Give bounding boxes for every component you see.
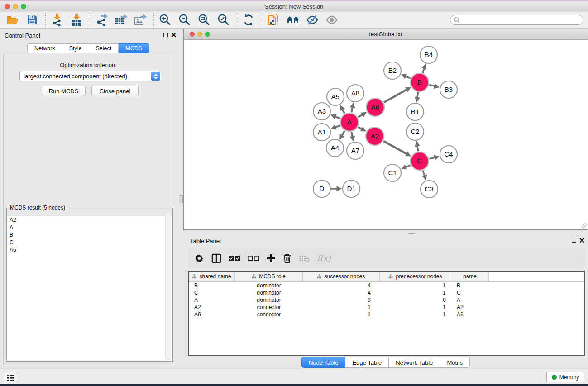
float-panel-icon[interactable] <box>163 33 168 37</box>
table-row[interactable]: A2connector11A2 <box>189 304 584 311</box>
graph-edge-A-A8[interactable] <box>351 107 352 112</box>
import-table-icon[interactable] <box>69 13 84 27</box>
select-all-checkboxes-icon[interactable] <box>229 256 240 261</box>
columns-icon[interactable] <box>211 253 221 263</box>
tab-select[interactable]: Select <box>89 43 119 53</box>
graph-node-D1[interactable]: D1 <box>343 180 360 197</box>
graph-node-D[interactable]: D <box>313 180 330 197</box>
graph-node-B3[interactable]: B3 <box>440 81 457 98</box>
zoom-selected-icon[interactable] <box>216 13 231 27</box>
graph-edge-C-C1[interactable] <box>406 165 410 167</box>
graph-edge-C-C4[interactable] <box>429 157 434 159</box>
mcds-result-item[interactable]: A2 <box>7 216 172 224</box>
graph-edge-C-C3[interactable] <box>423 171 425 176</box>
graph-node-C[interactable]: C <box>411 152 429 170</box>
graph-node-A6[interactable]: A6 <box>366 98 384 116</box>
graph-edge-A-A3[interactable] <box>335 117 340 119</box>
graph-edge-C-C2[interactable] <box>417 146 418 152</box>
table-row[interactable]: A6connector11A6 <box>189 311 584 318</box>
column-header-shared-name[interactable]: shared name <box>189 272 235 281</box>
open-session-icon[interactable] <box>5 13 20 27</box>
table-row[interactable]: Bdominator41B <box>189 282 584 289</box>
graph-node-C1[interactable]: C1 <box>384 164 401 181</box>
graph-edge-A6-B[interactable] <box>384 90 406 102</box>
vertical-split-handle[interactable] <box>179 195 183 203</box>
dropdown-stepper-icon[interactable] <box>151 72 160 81</box>
graph-edge-A-A4[interactable] <box>342 131 345 135</box>
network-graph[interactable]: B4B2BB3A8A5A6A3B1AA1C2A2A4A7C4CC1C3DD1 <box>184 40 588 229</box>
mcds-result-item[interactable]: A <box>7 224 172 232</box>
column-header-name[interactable]: name <box>451 272 489 281</box>
graph-node-A8[interactable]: A8 <box>347 85 364 102</box>
graph-edge-A-A6[interactable] <box>358 115 362 117</box>
graph-edge-A-A2[interactable] <box>358 127 362 129</box>
graph-node-A4[interactable]: A4 <box>326 139 344 157</box>
add-column-icon[interactable] <box>267 254 276 263</box>
tab-edge-table[interactable]: Edge Table <box>345 357 389 368</box>
settings-gear-icon[interactable] <box>194 253 204 263</box>
tab-node-table[interactable]: Node Table <box>301 357 346 368</box>
column-header-MCDS-role[interactable]: MCDS role <box>235 272 303 281</box>
graph-node-C2[interactable]: C2 <box>406 123 424 140</box>
graph-edge-B-B2[interactable] <box>406 76 410 79</box>
delete-table-icon[interactable] <box>299 255 310 262</box>
search-box[interactable] <box>450 15 583 25</box>
home-icon[interactable] <box>286 13 300 27</box>
optimization-criterion-dropdown[interactable]: largest connected component (directed) <box>19 71 161 81</box>
function-builder-icon[interactable]: f(x) <box>317 253 331 263</box>
deselect-all-checkboxes-icon[interactable] <box>248 256 259 261</box>
mcds-result-item[interactable]: C <box>7 239 172 247</box>
delete-column-icon[interactable] <box>283 253 292 263</box>
graph-node-A1[interactable]: A1 <box>313 124 330 141</box>
graph-node-B1[interactable]: B1 <box>406 103 424 120</box>
float-table-panel-icon[interactable] <box>572 238 576 243</box>
close-table-panel-icon[interactable]: ✕ <box>579 238 585 243</box>
graph-edge-B-B1[interactable] <box>417 92 418 98</box>
zoom-in-icon[interactable] <box>158 13 172 27</box>
refresh-icon[interactable] <box>241 13 256 27</box>
tab-style[interactable]: Style <box>62 43 89 53</box>
graph-node-B4[interactable]: B4 <box>420 46 437 63</box>
graph-node-A[interactable]: A <box>340 113 359 131</box>
export-table-icon[interactable] <box>114 13 128 27</box>
column-header-successor-nodes[interactable]: successor nodes <box>303 272 380 281</box>
graph-node-C3[interactable]: C3 <box>421 181 438 198</box>
search-input[interactable] <box>460 16 583 24</box>
mcds-result-item[interactable]: A6 <box>7 246 172 254</box>
graph-node-A3[interactable]: A3 <box>313 103 330 120</box>
tab-mcds[interactable]: MCDS <box>119 43 149 53</box>
mcds-result-scrollbar[interactable] <box>165 212 171 360</box>
network-from-selection-icon[interactable] <box>266 13 281 27</box>
graph-edge-A2-C[interactable] <box>383 141 406 154</box>
graph-edge-A-A7[interactable] <box>351 132 352 137</box>
network-canvas[interactable]: B4B2BB3A8A5A6A3B1AA1C2A2A4A7C4CC1C3DD1 <box>184 40 588 229</box>
mcds-result-item[interactable]: B <box>7 231 172 239</box>
task-history-button[interactable] <box>4 372 17 383</box>
column-header-predecessor-nodes[interactable]: predecessor nodes <box>380 272 451 281</box>
node-table[interactable]: shared nameMCDS rolesuccessor nodesprede… <box>188 271 585 356</box>
export-image-icon[interactable] <box>133 13 148 27</box>
tab-network[interactable]: Network <box>27 43 62 53</box>
zoom-fit-icon[interactable] <box>197 13 211 27</box>
table-row[interactable]: Cdominator41C <box>189 289 584 296</box>
export-network-icon[interactable] <box>94 13 109 27</box>
graph-edge-B-B3[interactable] <box>429 85 435 86</box>
zoom-out-icon[interactable] <box>177 13 192 27</box>
graph-node-A7[interactable]: A7 <box>347 142 364 159</box>
graph-node-A2[interactable]: A2 <box>366 127 384 145</box>
network-window-titlebar[interactable]: testGlobe.txt <box>184 29 588 40</box>
tab-motifs[interactable]: Motifs <box>440 357 470 368</box>
graph-edge-B-B4[interactable] <box>423 68 424 73</box>
window-resize-grip[interactable] <box>581 223 587 229</box>
close-panel-icon[interactable]: ✕ <box>171 33 177 38</box>
show-details-icon[interactable] <box>325 13 339 27</box>
run-mcds-button[interactable]: Run MCDS <box>42 86 86 96</box>
memory-button[interactable]: Memory <box>546 372 584 382</box>
table-row[interactable]: Adominator80A <box>189 296 584 304</box>
save-session-icon[interactable] <box>25 13 39 27</box>
graph-node-C4[interactable]: C4 <box>440 146 457 163</box>
import-network-icon[interactable] <box>50 13 64 27</box>
graph-edge-A-A1[interactable] <box>335 125 340 127</box>
graph-edge-A-A5[interactable] <box>342 110 344 114</box>
close-panel-button[interactable]: Close panel <box>91 86 139 96</box>
